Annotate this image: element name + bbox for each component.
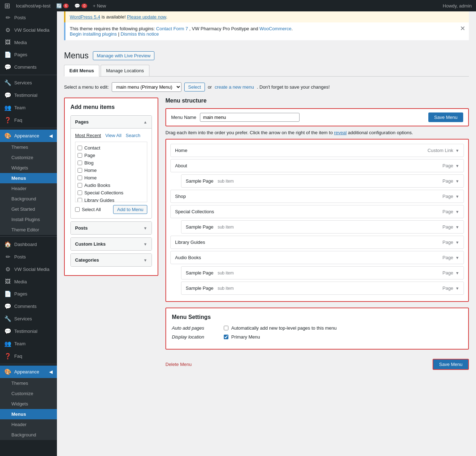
sidebar-item-appearance-2[interactable]: 🎨 Appearance ◀ xyxy=(0,366,57,378)
sub-item-theme-editor[interactable]: Theme Editor xyxy=(0,225,57,235)
sub-item-background-2[interactable]: Background xyxy=(0,430,57,440)
sidebar-item-faq-2[interactable]: ❓ Faq xyxy=(0,350,57,362)
bottom-bar: Delete Menu Save Menu xyxy=(165,355,469,373)
sub-item-widgets-2[interactable]: Widgets xyxy=(0,399,57,409)
save-menu-top-button[interactable]: Save Menu xyxy=(428,112,463,122)
sidebar-item-pages-2[interactable]: 📄 Pages xyxy=(0,288,57,300)
comments-count[interactable]: 💬 0 xyxy=(74,3,87,9)
menu-select-dropdown[interactable]: main menu (Primary Menu) xyxy=(112,82,181,92)
sub-item-menus[interactable]: Menus xyxy=(0,173,57,183)
tab-manage-locations[interactable]: Manage Locations xyxy=(101,65,149,76)
sample-1-dropdown-icon[interactable]: ▼ xyxy=(455,179,459,183)
sub-item-background[interactable]: Background xyxy=(0,194,57,204)
menu-name-input[interactable] xyxy=(200,113,300,122)
sidebar-item-dashboard-2[interactable]: 🏠 Dashboard xyxy=(0,238,57,251)
special-collections-dropdown-icon[interactable]: ▼ xyxy=(455,210,459,214)
page-checkbox-library-guides[interactable] xyxy=(78,198,82,202)
dismiss-btn[interactable]: ✕ xyxy=(460,25,465,32)
search-tab[interactable]: Search xyxy=(126,133,140,138)
page-checkbox-page[interactable] xyxy=(78,153,82,158)
sample-3-dropdown-icon[interactable]: ▼ xyxy=(455,271,459,275)
sidebar-item-team[interactable]: 👥 Team xyxy=(0,101,57,114)
sub-item-get-started[interactable]: Get Started xyxy=(0,204,57,214)
sidebar-item-comments[interactable]: 💬 Comments xyxy=(0,61,57,73)
auto-add-pages-checkbox[interactable] xyxy=(224,326,228,330)
page-item-audio-books[interactable]: Audio Books xyxy=(78,182,145,189)
select-menu-button[interactable]: Select xyxy=(184,83,205,91)
sub-item-widgets[interactable]: Widgets xyxy=(0,163,57,173)
save-menu-bottom-button[interactable]: Save Menu xyxy=(433,359,469,370)
create-new-menu-link[interactable]: create a new menu xyxy=(215,84,254,90)
reveal-link[interactable]: reveal xyxy=(334,130,347,135)
sub-item-customize[interactable]: Customize xyxy=(0,152,57,163)
primary-menu-checkbox[interactable] xyxy=(224,335,228,339)
home-dropdown-icon[interactable]: ▼ xyxy=(455,148,459,153)
select-all-label[interactable]: Select All xyxy=(75,207,101,212)
sub-item-themes-2[interactable]: Themes xyxy=(0,378,57,388)
sidebar-item-team-2[interactable]: 👥 Team xyxy=(0,337,57,350)
tab-edit-menus[interactable]: Edit Menus xyxy=(64,65,99,77)
sub-item-menus-2[interactable]: Menus xyxy=(0,409,57,419)
sidebar-item-vw-social-2[interactable]: ⚙ VW Social Media xyxy=(0,263,57,276)
view-all-tab[interactable]: View All xyxy=(105,133,121,138)
page-checkbox-special-collections[interactable] xyxy=(78,190,82,195)
delete-menu-link[interactable]: Delete Menu xyxy=(165,362,192,367)
sidebar-item-media-2[interactable]: 🖼 Media xyxy=(0,276,57,288)
page-item-blog[interactable]: Blog xyxy=(78,159,145,167)
live-preview-button[interactable]: Manage with Live Preview xyxy=(93,51,154,60)
menu-structure-title: Menu structure xyxy=(165,98,469,104)
sidebar-item-appearance[interactable]: 🎨 Appearance ◀ xyxy=(0,130,57,142)
page-checkbox-blog[interactable] xyxy=(78,161,82,165)
sub-item-header[interactable]: Header xyxy=(0,183,57,194)
new-content-btn[interactable]: + New xyxy=(93,3,106,9)
page-checkbox-contact[interactable] xyxy=(78,146,82,150)
menu-item-audio-books: Audio Books Page ▼ xyxy=(170,251,464,264)
page-item-library-guides[interactable]: Library Guides xyxy=(78,196,145,202)
updates-count[interactable]: 🔄 6 xyxy=(56,3,69,9)
sample-4-dropdown-icon[interactable]: ▼ xyxy=(455,286,459,290)
sidebar-item-faq[interactable]: ❓ Faq xyxy=(0,114,57,126)
sub-item-install-plugins[interactable]: Install Plugins xyxy=(0,214,57,225)
page-checkbox-home2[interactable] xyxy=(78,175,82,180)
site-name[interactable]: localhost/wp-test xyxy=(16,3,51,9)
page-checkbox-audio-books[interactable] xyxy=(78,183,82,188)
sidebar-item-pages[interactable]: 📄 Pages xyxy=(0,48,57,61)
sub-item-header-2[interactable]: Header xyxy=(0,419,57,430)
most-recent-tab[interactable]: Most Recent xyxy=(75,133,101,138)
sidebar-item-vw-social[interactable]: ⚙ VW Social Media xyxy=(0,24,57,36)
sidebar-item-testimonial-2[interactable]: 💬 Testimonial xyxy=(0,325,57,337)
sample-2-dropdown-icon[interactable]: ▼ xyxy=(455,225,459,229)
page-item-home1[interactable]: Home xyxy=(78,167,145,174)
sidebar-item-posts[interactable]: ✏ Posts xyxy=(0,11,57,24)
posts-accordion-header[interactable]: Posts ▼ xyxy=(71,222,152,234)
sub-item-customize-2[interactable]: Customize xyxy=(0,388,57,399)
contact-form-7-link[interactable]: Contact Form 7 xyxy=(156,26,188,31)
sidebar-item-testimonial[interactable]: 💬 Testimonial xyxy=(0,89,57,101)
categories-accordion-header[interactable]: Categories ▼ xyxy=(71,254,152,266)
begin-installing-link[interactable]: Begin installing plugins xyxy=(70,31,117,37)
add-to-menu-button[interactable]: Add to Menu xyxy=(113,205,147,214)
sub-item-themes[interactable]: Themes xyxy=(0,142,57,152)
wp-logo-icon[interactable]: ⊞ xyxy=(4,1,10,10)
library-guides-dropdown-icon[interactable]: ▼ xyxy=(455,240,459,245)
shop-dropdown-icon[interactable]: ▼ xyxy=(455,194,459,199)
pages-accordion-header[interactable]: Pages ▲ xyxy=(71,116,152,128)
update-now-link[interactable]: Please update now xyxy=(127,14,166,20)
wp-version-link[interactable]: WordPress 5.4 xyxy=(70,14,100,20)
about-dropdown-icon[interactable]: ▼ xyxy=(455,164,459,168)
page-item-home2[interactable]: Home xyxy=(78,174,145,182)
sidebar-item-services[interactable]: 🔧 Services xyxy=(0,77,57,89)
page-item-contact[interactable]: Contact xyxy=(78,144,145,152)
page-checkbox-home1[interactable] xyxy=(78,168,82,173)
sidebar-item-comments-2[interactable]: 💬 Comments xyxy=(0,300,57,313)
woocommerce-link[interactable]: WooCommerce xyxy=(259,26,291,31)
page-item-special-collections[interactable]: Special Collections xyxy=(78,189,145,196)
sidebar-item-posts-2[interactable]: ✏ Posts xyxy=(0,251,57,263)
sidebar-item-media[interactable]: 🖼 Media xyxy=(0,36,57,48)
audio-books-dropdown-icon[interactable]: ▼ xyxy=(455,256,459,260)
select-all-checkbox[interactable] xyxy=(75,207,80,212)
sidebar-item-services-2[interactable]: 🔧 Services xyxy=(0,313,57,325)
page-item-page[interactable]: Page xyxy=(78,152,145,159)
dismiss-notice-link[interactable]: Dismiss this notice xyxy=(121,31,159,37)
custom-links-accordion-header[interactable]: Custom Links ▼ xyxy=(71,238,152,250)
